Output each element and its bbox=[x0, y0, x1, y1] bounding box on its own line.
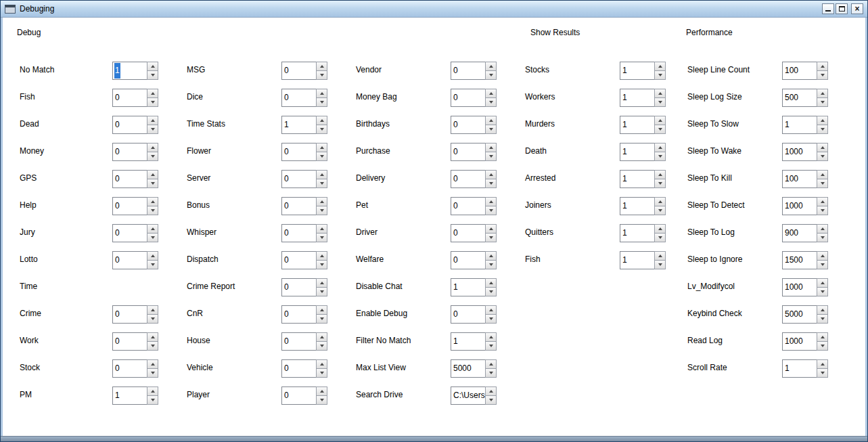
spin-up-button[interactable] bbox=[485, 197, 497, 206]
spin-down-button[interactable] bbox=[147, 369, 158, 378]
spin-down-button[interactable] bbox=[654, 179, 666, 188]
spin-up-button[interactable] bbox=[316, 116, 327, 125]
spinner-input[interactable]: 0 bbox=[451, 89, 485, 107]
spin-up-button[interactable] bbox=[654, 116, 666, 125]
spin-up-button[interactable] bbox=[485, 278, 497, 288]
spin-up-button[interactable] bbox=[817, 251, 828, 261]
spin-down-button[interactable] bbox=[654, 234, 666, 242]
spinner-input[interactable]: 0 bbox=[281, 143, 316, 161]
spin-down-button[interactable] bbox=[485, 71, 497, 80]
spin-up-button[interactable] bbox=[147, 116, 158, 125]
spin-up-button[interactable] bbox=[817, 170, 828, 179]
spin-up-button[interactable] bbox=[817, 305, 828, 315]
spin-up-button[interactable] bbox=[147, 170, 158, 179]
spinner-input[interactable]: 0 bbox=[281, 224, 316, 242]
spin-down-button[interactable] bbox=[316, 288, 327, 296]
spin-up-button[interactable] bbox=[316, 197, 327, 206]
spinner-input[interactable]: 0 bbox=[281, 386, 316, 405]
spin-up-button[interactable] bbox=[316, 170, 327, 179]
spin-up-button[interactable] bbox=[147, 62, 158, 71]
spin-down-button[interactable] bbox=[316, 396, 327, 405]
spin-down-button[interactable] bbox=[485, 234, 497, 242]
spinner-input[interactable]: 1 bbox=[112, 386, 147, 405]
spin-up-button[interactable] bbox=[147, 89, 158, 98]
spin-down-button[interactable] bbox=[817, 369, 828, 378]
spin-down-button[interactable] bbox=[316, 261, 327, 269]
spin-down-button[interactable] bbox=[485, 179, 497, 188]
spinner-input[interactable]: 0 bbox=[451, 251, 485, 269]
spinner-input[interactable]: 0 bbox=[112, 116, 147, 134]
spin-up-button[interactable] bbox=[654, 170, 666, 179]
spinner-input[interactable]: 0 bbox=[281, 359, 316, 378]
spinner-input[interactable]: C:\Users bbox=[451, 386, 485, 405]
spinner-input[interactable]: 1 bbox=[620, 197, 654, 215]
spin-up-button[interactable] bbox=[147, 251, 158, 261]
spin-up-button[interactable] bbox=[654, 197, 666, 206]
spin-up-button[interactable] bbox=[485, 359, 497, 369]
spin-down-button[interactable] bbox=[316, 152, 327, 161]
spin-up-button[interactable] bbox=[485, 386, 497, 396]
spinner-input[interactable]: 100 bbox=[782, 62, 817, 80]
spinner-input[interactable]: 1 bbox=[620, 170, 654, 188]
titlebar[interactable]: Debuging × bbox=[1, 1, 867, 18]
spinner-input[interactable]: 1000 bbox=[782, 143, 817, 161]
spinner-input[interactable]: 0 bbox=[112, 197, 147, 215]
spinner-input[interactable]: 1 bbox=[782, 359, 817, 378]
spinner-input[interactable]: 0 bbox=[281, 278, 316, 296]
spin-up-button[interactable] bbox=[817, 224, 828, 234]
spin-down-button[interactable] bbox=[654, 71, 666, 80]
spinner-input[interactable]: 1 bbox=[620, 251, 654, 269]
spinner-input[interactable]: 5000 bbox=[782, 305, 817, 324]
spin-down-button[interactable] bbox=[147, 71, 158, 80]
spinner-input[interactable]: 1000 bbox=[782, 332, 817, 351]
spin-up-button[interactable] bbox=[316, 89, 327, 98]
spin-up-button[interactable] bbox=[654, 89, 666, 98]
minimize-button[interactable] bbox=[822, 3, 834, 14]
spin-up-button[interactable] bbox=[654, 143, 666, 152]
spin-up-button[interactable] bbox=[316, 224, 327, 234]
spin-down-button[interactable] bbox=[817, 125, 828, 134]
spin-up-button[interactable] bbox=[817, 359, 828, 369]
spin-down-button[interactable] bbox=[485, 315, 497, 324]
spinner-input[interactable]: 0 bbox=[451, 116, 485, 134]
spinner-input[interactable]: 1 bbox=[451, 278, 485, 296]
spin-down-button[interactable] bbox=[654, 206, 666, 215]
spin-down-button[interactable] bbox=[485, 206, 497, 215]
spin-down-button[interactable] bbox=[485, 152, 497, 161]
spinner-input[interactable]: 1 bbox=[620, 62, 654, 80]
spinner-input[interactable]: 0 bbox=[281, 305, 316, 324]
spin-down-button[interactable] bbox=[316, 234, 327, 242]
spin-down-button[interactable] bbox=[485, 261, 497, 269]
spin-down-button[interactable] bbox=[817, 288, 828, 296]
spin-down-button[interactable] bbox=[147, 152, 158, 161]
spinner-input[interactable]: 0 bbox=[112, 224, 147, 242]
spin-up-button[interactable] bbox=[147, 143, 158, 152]
spinner-input[interactable]: 1 bbox=[782, 116, 817, 134]
spinner-input[interactable]: 0 bbox=[281, 170, 316, 188]
spinner-input[interactable]: 0 bbox=[281, 62, 316, 80]
spinner-input[interactable]: 900 bbox=[782, 224, 817, 242]
spin-down-button[interactable] bbox=[485, 342, 497, 351]
spin-up-button[interactable] bbox=[817, 197, 828, 206]
spin-down-button[interactable] bbox=[817, 71, 828, 80]
spin-down-button[interactable] bbox=[817, 315, 828, 324]
spin-up-button[interactable] bbox=[817, 62, 828, 71]
spin-down-button[interactable] bbox=[817, 98, 828, 107]
spinner-input[interactable]: 0 bbox=[112, 251, 147, 269]
spin-down-button[interactable] bbox=[147, 98, 158, 107]
spin-up-button[interactable] bbox=[654, 224, 666, 234]
spin-down-button[interactable] bbox=[485, 125, 497, 134]
spin-down-button[interactable] bbox=[817, 206, 828, 215]
spinner-input[interactable]: 0 bbox=[451, 143, 485, 161]
spin-down-button[interactable] bbox=[316, 125, 327, 134]
spin-down-button[interactable] bbox=[817, 179, 828, 188]
spin-down-button[interactable] bbox=[147, 315, 158, 324]
spin-up-button[interactable] bbox=[147, 332, 158, 342]
spin-up-button[interactable] bbox=[485, 251, 497, 261]
spinner-input[interactable]: 0 bbox=[281, 89, 316, 107]
spinner-input[interactable]: 5000 bbox=[451, 359, 485, 378]
spin-up-button[interactable] bbox=[147, 359, 158, 369]
spin-down-button[interactable] bbox=[147, 125, 158, 134]
spin-up-button[interactable] bbox=[485, 305, 497, 315]
spin-up-button[interactable] bbox=[316, 251, 327, 261]
